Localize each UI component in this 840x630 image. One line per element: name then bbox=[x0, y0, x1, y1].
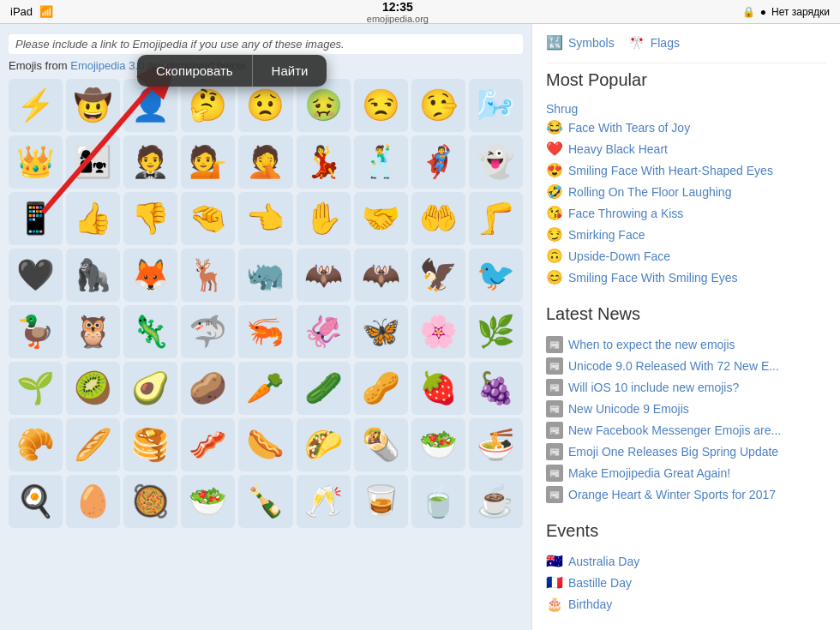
emoji-cell[interactable]: 👩‍👧 bbox=[66, 135, 120, 189]
news-link-8[interactable]: Orange Heart & Winter Sports for 2017 bbox=[568, 486, 776, 504]
emoji-cell[interactable]: 🥕 bbox=[238, 362, 292, 415]
emoji-cell[interactable]: 🕺 bbox=[354, 135, 408, 189]
emoji-cell[interactable]: 🤥 bbox=[411, 79, 465, 132]
emoji-cell[interactable]: 🦅 bbox=[411, 249, 465, 302]
emoji-cell[interactable]: 🥚 bbox=[66, 475, 120, 528]
emoji-cell[interactable]: 🤵 bbox=[123, 135, 177, 189]
emoji-cell[interactable]: 👤 bbox=[123, 79, 177, 132]
emoji-cell[interactable]: 🌭 bbox=[238, 418, 292, 471]
emoji-cell[interactable]: 🥘 bbox=[123, 475, 177, 528]
emoji-cell[interactable]: 🦉 bbox=[66, 305, 120, 358]
emoji-cell[interactable]: 🤔 bbox=[181, 79, 235, 132]
emoji-cell[interactable]: 📱 bbox=[9, 192, 63, 245]
emoji-cell[interactable]: 🥝 bbox=[66, 362, 120, 415]
emoji-cell[interactable]: 🖤 bbox=[9, 249, 63, 302]
news-link-7[interactable]: Make Emojipedia Great Again! bbox=[568, 465, 730, 483]
emoji-cell[interactable]: ⚡ bbox=[9, 79, 63, 132]
news-link-5[interactable]: New Facebook Messenger Emojis are... bbox=[568, 422, 781, 440]
emoji-cell[interactable]: 🦸 bbox=[411, 135, 465, 189]
emoji-cell[interactable]: 🌬️ bbox=[469, 79, 523, 132]
throwing-kiss-link[interactable]: Face Throwing a Kiss bbox=[568, 205, 683, 223]
emoji-cell[interactable]: 😟 bbox=[238, 79, 292, 132]
emoji-cell[interactable]: 🤠 bbox=[66, 79, 120, 132]
rolling-laugh-link[interactable]: Rolling On The Floor Laughing bbox=[568, 183, 731, 201]
heavy-heart-link[interactable]: Heavy Black Heart bbox=[568, 141, 668, 159]
emoji-cell[interactable]: 🦆 bbox=[9, 305, 63, 358]
emoji-cell[interactable]: 🍜 bbox=[469, 418, 523, 471]
emoji-cell[interactable]: 👻 bbox=[469, 135, 523, 189]
emoji-cell[interactable]: 🍵 bbox=[411, 475, 465, 528]
emoji-cell[interactable]: 🌱 bbox=[9, 362, 63, 415]
australia-day-link[interactable]: Australia Day bbox=[568, 553, 639, 571]
news-link-4[interactable]: New Unicode 9 Emojis bbox=[568, 400, 689, 418]
emoji-cell[interactable]: 🥂 bbox=[297, 475, 351, 528]
flags-nav-item[interactable]: 🎌 Flags bbox=[628, 34, 680, 52]
emoji-cell[interactable]: 🌸 bbox=[411, 305, 465, 358]
emoji-cell[interactable]: 👎 bbox=[123, 192, 177, 245]
emoji-cell[interactable]: 🦈 bbox=[181, 305, 235, 358]
emoji-cell[interactable]: 🦌 bbox=[181, 249, 235, 302]
emoji-cell[interactable]: 🥃 bbox=[354, 475, 408, 528]
find-button[interactable]: Найти bbox=[252, 55, 327, 87]
emoji-cell[interactable]: 🦵 bbox=[469, 192, 523, 245]
emojipedia-link[interactable]: Emojipedia 3.0 bbox=[70, 59, 144, 72]
emoji-cell[interactable]: 🥖 bbox=[66, 418, 120, 471]
emoji-cell[interactable]: 💁 bbox=[181, 135, 235, 189]
emoji-cell[interactable]: 🥗 bbox=[181, 475, 235, 528]
emoji-cell[interactable]: 🍳 bbox=[9, 475, 63, 528]
upside-down-link[interactable]: Upside-Down Face bbox=[568, 248, 670, 266]
main-layout: Скопировать Найти Please include a link … bbox=[0, 24, 840, 630]
emoji-cell[interactable]: 👍 bbox=[66, 192, 120, 245]
emoji-cell[interactable]: 🍇 bbox=[469, 362, 523, 415]
flags-link[interactable]: Flags bbox=[651, 34, 680, 52]
emoji-cell[interactable]: 🤲 bbox=[411, 192, 465, 245]
emoji-cell[interactable]: 🦎 bbox=[123, 305, 177, 358]
emoji-cell[interactable]: ☕ bbox=[469, 475, 523, 528]
smirking-link[interactable]: Smirking Face bbox=[568, 226, 645, 244]
emoji-cell[interactable]: 🥜 bbox=[354, 362, 408, 415]
emoji-cell[interactable]: 🥗 bbox=[411, 418, 465, 471]
heart-eyes-link[interactable]: Smiling Face With Heart-Shaped Eyes bbox=[568, 162, 773, 180]
shrug-link[interactable]: Shrug bbox=[546, 102, 826, 116]
bastille-day-link[interactable]: Bastille Day bbox=[568, 574, 632, 592]
symbols-link[interactable]: Symbols bbox=[568, 34, 615, 52]
emoji-cell[interactable]: 🐦 bbox=[469, 249, 523, 302]
emoji-cell[interactable]: 🥓 bbox=[181, 418, 235, 471]
emoji-cell[interactable]: 😒 bbox=[354, 79, 408, 132]
emoji-cell[interactable]: 🌿 bbox=[469, 305, 523, 358]
emoji-cell[interactable]: 🤢 bbox=[297, 79, 351, 132]
news-link-2[interactable]: Unicode 9.0 Released With 72 New E... bbox=[568, 357, 779, 375]
emoji-cell[interactable]: 🍾 bbox=[238, 475, 292, 528]
emoji-cell[interactable]: 💃 bbox=[297, 135, 351, 189]
emoji-cell[interactable]: 🤏 bbox=[181, 192, 235, 245]
emoji-cell[interactable]: 🌯 bbox=[354, 418, 408, 471]
emoji-cell[interactable]: ✋ bbox=[297, 192, 351, 245]
copy-button[interactable]: Скопировать bbox=[137, 55, 252, 87]
emoji-cell[interactable]: 🥒 bbox=[297, 362, 351, 415]
emoji-cell[interactable]: 🦑 bbox=[297, 305, 351, 358]
emoji-cell[interactable]: 🦍 bbox=[66, 249, 120, 302]
news-link-1[interactable]: When to expect the new emojis bbox=[568, 336, 735, 354]
emoji-cell[interactable]: 🍓 bbox=[411, 362, 465, 415]
birthday-link[interactable]: Birthday bbox=[568, 596, 612, 614]
emoji-cell[interactable]: 🥑 bbox=[123, 362, 177, 415]
symbols-nav-item[interactable]: 🔣 Symbols bbox=[546, 34, 615, 52]
emoji-cell[interactable]: 🦋 bbox=[354, 305, 408, 358]
emoji-cell[interactable]: 🥞 bbox=[123, 418, 177, 471]
emoji-cell[interactable]: 🦊 bbox=[123, 249, 177, 302]
emoji-cell[interactable]: 🦏 bbox=[238, 249, 292, 302]
news-link-6[interactable]: Emoji One Releases Big Spring Update bbox=[568, 443, 778, 461]
emoji-cell[interactable]: 🦐 bbox=[238, 305, 292, 358]
emoji-cell[interactable]: 🤦 bbox=[238, 135, 292, 189]
emoji-cell[interactable]: 👈 bbox=[238, 192, 292, 245]
news-link-3[interactable]: Will iOS 10 include new emojis? bbox=[568, 379, 739, 397]
emoji-cell[interactable]: 🦇 bbox=[354, 249, 408, 302]
emoji-cell[interactable]: 🤝 bbox=[354, 192, 408, 245]
emoji-cell[interactable]: 👑 bbox=[9, 135, 63, 189]
emoji-cell[interactable]: 🌮 bbox=[297, 418, 351, 471]
emoji-cell[interactable]: 🥔 bbox=[181, 362, 235, 415]
emoji-cell[interactable]: 🦇 bbox=[297, 249, 351, 302]
smiling-eyes-link[interactable]: Smiling Face With Smiling Eyes bbox=[568, 269, 738, 287]
emoji-cell[interactable]: 🥐 bbox=[9, 418, 63, 471]
tears-of-joy-link[interactable]: Face With Tears of Joy bbox=[568, 119, 690, 137]
